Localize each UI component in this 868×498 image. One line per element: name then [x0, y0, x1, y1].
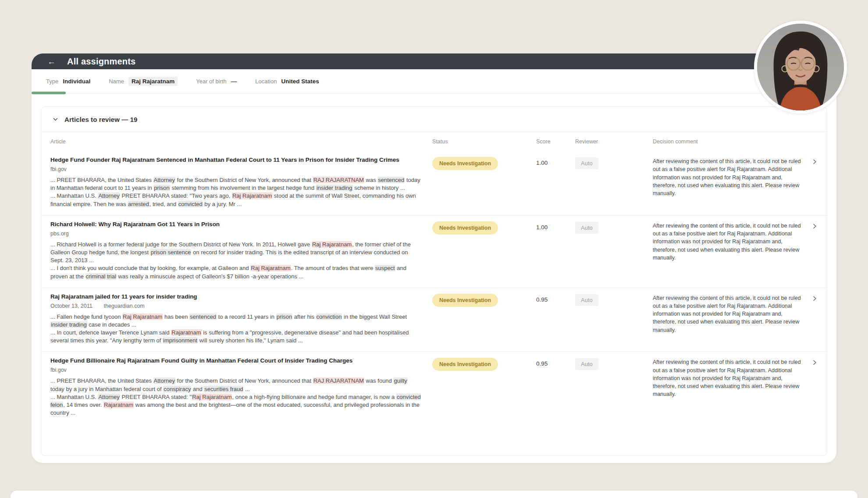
chevron-right-icon — [811, 295, 818, 302]
filter-label: Type — [46, 78, 58, 85]
score-value: 0.95 — [536, 357, 575, 367]
filter-label: Name — [109, 78, 124, 85]
article-row[interactable]: Richard Holwell: Why Raj Rajaratnam Got … — [41, 216, 827, 288]
table-header-row: Article Status Score Reviewer Decision c… — [41, 132, 827, 151]
column-header-article: Article — [50, 139, 432, 145]
score-value: 1.00 — [536, 157, 575, 166]
article-cell: Richard Holwell: Why Raj Rajaratnam Got … — [50, 221, 432, 281]
article-title[interactable]: Hedge Fund Billionaire Raj Rajaratnam Fo… — [50, 357, 427, 364]
chevron-down-icon — [53, 118, 58, 121]
article-title[interactable]: Richard Holwell: Why Raj Rajaratnam Got … — [50, 221, 427, 228]
reviewer-badge: Auto — [575, 294, 598, 306]
article-meta: fbi.gov — [50, 166, 432, 172]
filter-item: Location United States — [255, 78, 319, 85]
article-source: fbi.gov — [50, 166, 67, 172]
row-open-button[interactable] — [811, 357, 818, 367]
filter-item: Type Individual — [46, 78, 90, 85]
article-snippets: ... PREET BHARARA, the United States Att… — [50, 176, 422, 208]
row-open-button[interactable] — [811, 221, 818, 231]
status-badge: Needs Investigation — [432, 358, 498, 371]
articles-section-header[interactable]: Articles to review — 19 — [41, 107, 827, 132]
entity-summary-bar: Type Individual Name Raj Rajaratnam Year… — [32, 69, 836, 93]
row-open-button[interactable] — [811, 157, 818, 167]
entity-summary-items: Type Individual Name Raj Rajaratnam Year… — [46, 77, 319, 86]
article-meta: pbs.org — [50, 231, 432, 237]
status-cell: Needs Investigation — [432, 357, 536, 371]
article-date: October 13, 2011 — [50, 303, 92, 309]
column-header-comment: Decision comment — [653, 139, 811, 145]
column-header-reviewer: Reviewer — [575, 139, 653, 145]
status-badge: Needs Investigation — [432, 294, 498, 307]
score-value: 0.95 — [536, 293, 575, 303]
article-cell: Hedge Fund Founder Raj Rajaratnam Senten… — [50, 157, 432, 208]
status-badge: Needs Investigation — [432, 157, 498, 170]
article-row[interactable]: Raj Rajaratnam jailed for 11 years for i… — [41, 288, 827, 352]
snippet-paragraph: ... Fallen hedge fund tycoon Raj Rajarat… — [50, 313, 422, 329]
status-cell: Needs Investigation — [432, 157, 536, 170]
snippet-paragraph: ... I don't think you would conclude tha… — [50, 264, 422, 280]
article-snippets: ... Fallen hedge fund tycoon Raj Rajarat… — [50, 313, 422, 345]
decision-comment: After reviewing the content of this arti… — [653, 293, 804, 334]
filter-value: United States — [281, 78, 319, 85]
article-cell: Hedge Fund Billionaire Raj Rajaratnam Fo… — [50, 357, 432, 417]
reviewer-badge: Auto — [575, 358, 598, 370]
status-cell: Needs Investigation — [432, 293, 536, 307]
snippet-paragraph: ... PREET BHARARA, the United States Att… — [50, 176, 422, 192]
article-cell: Raj Rajaratnam jailed for 11 years for i… — [50, 293, 432, 345]
article-rows: Hedge Fund Founder Raj Rajaratnam Senten… — [41, 151, 827, 424]
score-value: 1.00 — [536, 221, 575, 231]
decision-comment: After reviewing the content of this arti… — [653, 157, 804, 197]
column-header-score: Score — [536, 139, 575, 145]
snippet-paragraph: ... In court, defence lawyer Terence Lyn… — [50, 329, 422, 345]
filter-label: Location — [255, 78, 277, 85]
chevron-right-icon — [811, 223, 818, 229]
page-background: ← All assignments Type Individual Name R… — [0, 0, 868, 498]
reviewer-badge: Auto — [575, 157, 598, 169]
chevron-right-icon — [811, 159, 818, 165]
filter-item: Year of birth — — [196, 78, 237, 85]
snippet-paragraph: ... Manhattan U.S. Attorney PREET BHARAR… — [50, 192, 422, 208]
article-snippets: ... PREET BHARARA, the United States Att… — [50, 377, 422, 417]
decision-comment: After reviewing the content of this arti… — [653, 357, 804, 398]
reviewer-cell: Auto — [575, 221, 653, 234]
avatar-illustration — [757, 24, 844, 110]
reviewer-cell: Auto — [575, 157, 653, 169]
row-open-button[interactable] — [811, 293, 818, 303]
article-meta: October 13, 2011theguardian.com — [50, 303, 432, 309]
column-header-status: Status — [432, 139, 536, 145]
decision-comment: After reviewing the content of this arti… — [653, 221, 804, 262]
snippet-paragraph: ... Manhattan U.S. Attorney PREET BHARAR… — [50, 393, 422, 417]
user-avatar[interactable] — [754, 21, 847, 114]
article-title[interactable]: Hedge Fund Founder Raj Rajaratnam Senten… — [50, 157, 427, 163]
article-row[interactable]: Hedge Fund Billionaire Raj Rajaratnam Fo… — [41, 352, 827, 424]
article-meta: fbi.gov — [50, 367, 432, 373]
articles-section: Articles to review — 19 Article Status S… — [41, 107, 827, 456]
article-source: pbs.org — [50, 231, 69, 237]
reviewer-badge: Auto — [575, 222, 598, 234]
reviewer-cell: Auto — [575, 357, 653, 370]
chevron-right-icon — [811, 359, 818, 366]
back-button[interactable]: ← — [47, 57, 56, 66]
snippet-paragraph: ... Richard Holwell is a former federal … — [50, 241, 422, 265]
article-row[interactable]: Hedge Fund Founder Raj Rajaratnam Senten… — [41, 151, 827, 216]
header-bar: ← All assignments — [32, 53, 836, 69]
filter-value: Raj Rajaratnam — [128, 77, 178, 86]
assignment-card: ← All assignments Type Individual Name R… — [32, 53, 836, 463]
articles-section-title: Articles to review — 19 — [64, 116, 138, 123]
filter-item: Name Raj Rajaratnam — [109, 77, 178, 86]
bottom-window-edge — [11, 491, 857, 498]
article-source: theguardian.com — [104, 303, 145, 309]
progress-indicator — [32, 92, 66, 94]
status-badge: Needs Investigation — [432, 221, 498, 235]
filter-label: Year of birth — [196, 78, 227, 85]
article-snippets: ... Richard Holwell is a former federal … — [50, 241, 422, 281]
filter-value: — — [231, 78, 237, 85]
status-cell: Needs Investigation — [432, 221, 536, 235]
article-title[interactable]: Raj Rajaratnam jailed for 11 years for i… — [50, 293, 427, 300]
snippet-paragraph: ... PREET BHARARA, the United States Att… — [50, 377, 422, 393]
page-title: All assignments — [67, 57, 135, 67]
reviewer-cell: Auto — [575, 293, 653, 306]
article-source: fbi.gov — [50, 367, 67, 373]
filter-value: Individual — [63, 78, 90, 85]
